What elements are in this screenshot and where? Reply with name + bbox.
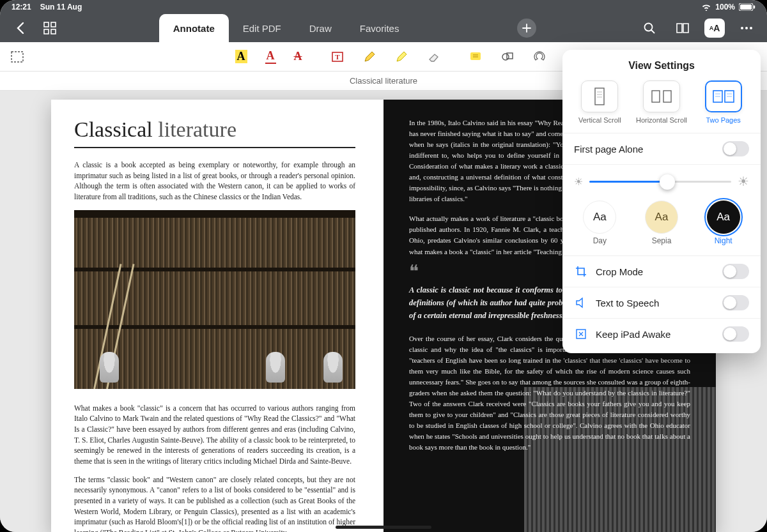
theme-sepia[interactable]: Aa Sepia — [645, 201, 678, 245]
bookmarks-button[interactable] — [671, 17, 694, 40]
textbox-tool[interactable]: T — [330, 50, 345, 64]
view-settings-button[interactable]: AA — [704, 19, 725, 38]
crop-mode-label: Crop Mode — [596, 266, 722, 277]
search-button[interactable] — [638, 17, 661, 40]
svg-rect-3 — [44, 22, 49, 27]
view-settings-popover: View Settings Vertical Scroll Horizontal… — [562, 50, 761, 353]
pen-tool[interactable] — [362, 50, 376, 64]
svg-rect-11 — [12, 52, 23, 62]
page-heading: Classical literature — [74, 118, 355, 148]
svg-point-9 — [745, 27, 748, 29]
svg-rect-1 — [740, 4, 752, 10]
top-toolbar: Annotate Edit PDF Draw Favorites AA — [0, 14, 767, 42]
select-area-tool[interactable] — [10, 50, 24, 64]
speaker-icon — [574, 297, 588, 308]
svg-text:T: T — [335, 53, 340, 61]
svg-rect-17 — [595, 88, 604, 105]
svg-rect-19 — [663, 91, 671, 102]
more-button[interactable] — [735, 17, 758, 40]
theme-night[interactable]: Aa Night — [707, 201, 740, 245]
awake-icon — [574, 328, 588, 340]
page-paragraph: What makes a book "classic" is a concern… — [74, 403, 355, 467]
status-date: Sun 11 Aug — [40, 3, 82, 11]
tab-favorites[interactable]: Favorites — [346, 14, 414, 42]
svg-rect-18 — [652, 91, 660, 102]
layout-horizontal-scroll[interactable]: Horizontal Scroll — [634, 80, 689, 124]
eraser-tool[interactable] — [426, 50, 440, 64]
back-button[interactable] — [9, 17, 32, 40]
library-photo — [74, 210, 355, 389]
keep-awake-label: Keep iPad Awake — [596, 329, 722, 340]
svg-point-7 — [644, 24, 652, 31]
highlight-tool[interactable]: A — [235, 50, 247, 63]
note-tool[interactable] — [469, 50, 483, 64]
svg-rect-4 — [51, 22, 56, 27]
battery-icon — [739, 3, 755, 11]
tts-toggle[interactable] — [722, 295, 749, 310]
wifi-icon — [701, 3, 711, 11]
brightness-slider[interactable] — [589, 181, 731, 183]
svg-rect-14 — [470, 52, 481, 60]
page-paragraph: The terms "classic book" and "Western ca… — [74, 475, 355, 532]
tab-edit-pdf[interactable]: Edit PDF — [229, 14, 295, 42]
brightness-high-icon: ☀ — [738, 174, 749, 189]
stamp-tool[interactable] — [532, 50, 546, 64]
svg-rect-5 — [44, 29, 49, 34]
tab-annotate[interactable]: Annotate — [159, 14, 229, 42]
add-tab-button[interactable] — [517, 19, 536, 38]
first-page-alone-label: First page Alone — [574, 144, 722, 155]
shapes-tool[interactable] — [500, 50, 515, 64]
svg-rect-2 — [754, 6, 755, 9]
page-left: Classical literature A classic is a book… — [51, 100, 384, 532]
layout-vertical-scroll[interactable]: Vertical Scroll — [572, 80, 627, 124]
status-battery: 100% — [715, 3, 735, 11]
page-paragraph: A classic is a book accepted as being ex… — [74, 160, 355, 202]
popover-title: View Settings — [562, 60, 761, 72]
strikethrough-tool[interactable]: A — [294, 50, 302, 63]
brightness-low-icon: ☀ — [574, 176, 583, 188]
first-page-alone-toggle[interactable] — [722, 141, 749, 156]
status-time: 12:21 — [12, 3, 31, 11]
tts-label: Text to Speech — [596, 298, 722, 308]
layout-two-pages[interactable]: Two Pages — [696, 80, 751, 124]
mode-tabs: Annotate Edit PDF Draw Favorites — [159, 14, 414, 42]
crop-icon — [574, 266, 588, 277]
crop-mode-toggle[interactable] — [722, 264, 749, 279]
svg-point-10 — [750, 27, 752, 29]
underline-tool[interactable]: A — [265, 49, 276, 64]
keep-awake-toggle[interactable] — [722, 326, 749, 342]
status-bar: 12:21 Sun 11 Aug 100% — [0, 0, 767, 14]
svg-rect-6 — [51, 29, 56, 34]
marker-tool[interactable] — [394, 50, 408, 64]
svg-point-8 — [741, 27, 743, 29]
svg-rect-16 — [507, 53, 513, 59]
theme-day[interactable]: Aa Day — [583, 201, 616, 245]
home-indicator[interactable] — [336, 526, 431, 529]
thumbnails-button[interactable] — [38, 17, 61, 40]
tab-draw[interactable]: Draw — [295, 14, 346, 42]
